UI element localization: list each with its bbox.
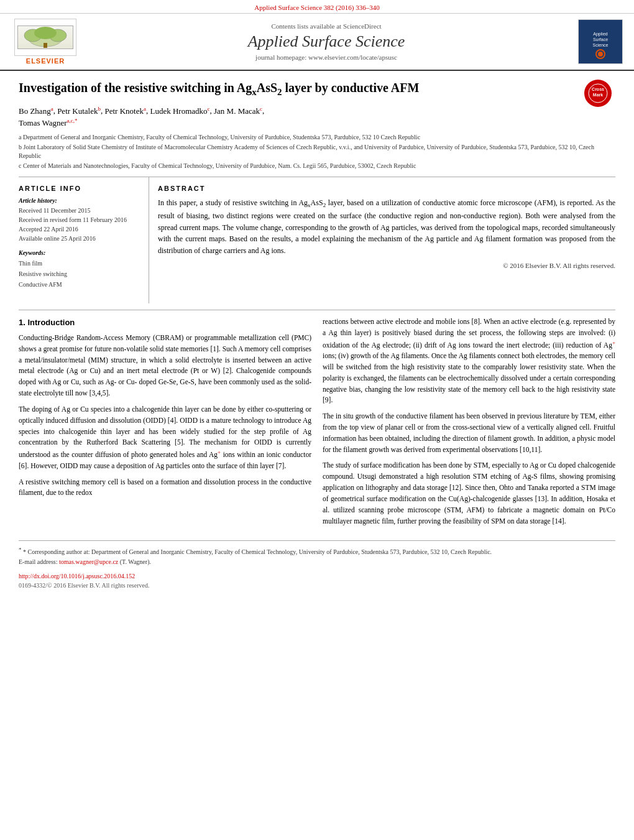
info-abstract-columns: ARTICLE INFO Article history: Received 1… <box>19 177 615 303</box>
article-history-section: Article history: Received 11 December 20… <box>19 197 140 243</box>
svg-point-10 <box>598 52 603 57</box>
keyword-2: Resistive switching <box>19 269 140 279</box>
body-columns: 1. Introduction Conducting-Bridge Random… <box>19 316 615 532</box>
author-petr-knotek: Petr Knoteka <box>104 106 145 116</box>
svg-text:Surface: Surface <box>593 37 608 42</box>
doi-line: http://dx.doi.org/10.1016/j.apsusc.2016.… <box>19 571 615 581</box>
authors-line: Bo Zhanga, Petr Kutalekb, Petr Knoteka, … <box>19 104 615 129</box>
keywords-label: Keywords: <box>19 249 140 256</box>
elsevier-text-label: ELSEVIER <box>26 57 65 65</box>
header-center: Contents lists available at ScienceDirec… <box>80 22 573 61</box>
article-title-text: Investigation of the resistive switching… <box>19 81 419 95</box>
author-ludek-hromadko: Ludek Hromadkoc <box>150 106 209 116</box>
copyright-text: © 2016 Elsevier B.V. All rights reserved… <box>158 262 615 269</box>
journal-title: Applied Surface Science <box>86 32 567 51</box>
corresponding-text: * Corresponding author at: Department of… <box>23 549 492 556</box>
svg-rect-1 <box>44 43 47 48</box>
logo-image <box>14 19 76 56</box>
article-info-heading: ARTICLE INFO <box>19 185 140 192</box>
received-revised-date: Received in revised form 11 February 201… <box>19 215 140 224</box>
tree-icon <box>21 27 70 48</box>
affiliation-c: c Center of Materials and Nanotechnologi… <box>19 162 615 170</box>
keyword-3: Conductive AFM <box>19 279 140 290</box>
journal-volume-info: Applied Surface Science 382 (2016) 336–3… <box>254 4 379 11</box>
email-link[interactable]: tomas.wagner@upce.cz <box>59 558 118 565</box>
section1-number: 1. <box>19 318 25 327</box>
article-content: Investigation of the resistive switching… <box>0 71 634 599</box>
journal-homepage-line: journal homepage: www.elsevier.com/locat… <box>86 53 567 61</box>
affiliation-a: a Department of General and Inorganic Ch… <box>19 133 615 142</box>
applied-surface-science-logo: Applied Surface Science <box>578 19 623 64</box>
issn-line: 0169-4332/© 2016 Elsevier B.V. All right… <box>19 581 615 590</box>
top-bar: Applied Surface Science 382 (2016) 336–3… <box>0 0 634 14</box>
svg-text:Science: Science <box>593 43 609 47</box>
abstract-column: ABSTRACT In this paper, a study of resis… <box>149 177 615 303</box>
footnote-area: * * Corresponding author at: Department … <box>19 540 615 589</box>
abstract-heading: ABSTRACT <box>158 185 615 192</box>
body-left-para1: Conducting-Bridge Random-Access Memory (… <box>19 333 311 399</box>
accepted-date: Accepted 22 April 2016 <box>19 224 140 234</box>
email-label: E-mail address: <box>19 558 57 565</box>
available-online-date: Available online 25 April 2016 <box>19 234 140 243</box>
author-petr-kutalek: Petr Kutalekb <box>57 106 101 116</box>
doi-link[interactable]: http://dx.doi.org/10.1016/j.apsusc.2016.… <box>19 573 135 579</box>
crossmark-badge: Cross Mark <box>584 80 615 111</box>
received-date: Received 11 December 2015 <box>19 206 140 215</box>
sciencedirect-line: Contents lists available at ScienceDirec… <box>86 22 567 30</box>
page-wrapper: Applied Surface Science 382 (2016) 336–3… <box>0 0 634 840</box>
corresponding-author-note: * * Corresponding author at: Department … <box>19 546 615 556</box>
svg-text:Applied: Applied <box>593 32 607 37</box>
journal-logo-right: Applied Surface Science <box>573 19 623 64</box>
body-left-para3: A resistive switching memory cell is bas… <box>19 477 311 499</box>
author-jan-macak: Jan M. Macakc <box>214 106 262 116</box>
email-line: E-mail address: tomas.wagner@upce.cz (T.… <box>19 557 615 566</box>
body-left-para2: The doping of Ag or Cu species into a ch… <box>19 404 311 472</box>
body-right-para3: The study of surface modification has be… <box>323 460 615 527</box>
keywords-list: Thin film Resistive switching Conductive… <box>19 258 140 290</box>
abstract-text: In this paper, a study of resistive swit… <box>158 197 615 257</box>
history-label: Article history: <box>19 197 140 204</box>
article-title-area: Investigation of the resistive switching… <box>19 80 615 98</box>
section1-title: 1. Introduction <box>19 316 311 329</box>
contents-available-text: Contents lists available at ScienceDirec… <box>271 22 381 30</box>
author-tomas-wagner: Tomas Wagnera,c,* <box>19 118 78 127</box>
crossmark-svg: Cross Mark <box>588 83 608 103</box>
body-right-para2: The in situ growth of the conductive fil… <box>323 411 615 455</box>
body-divider <box>19 310 615 310</box>
article-info-column: ARTICLE INFO Article history: Received 1… <box>19 177 149 303</box>
body-right-para1: reactions between active electrode and m… <box>323 316 615 406</box>
affiliations-area: a Department of General and Inorganic Ch… <box>19 133 615 170</box>
body-right-column: reactions between active electrode and m… <box>323 316 615 532</box>
author-bo-zhang: Bo Zhanga <box>19 106 53 116</box>
elsevier-logo: ELSEVIER <box>11 19 80 65</box>
homepage-label: journal homepage: www.elsevier.com/locat… <box>255 53 397 61</box>
journal-header: ELSEVIER Contents lists available at Sci… <box>0 14 634 71</box>
svg-text:Cross: Cross <box>592 87 604 91</box>
svg-point-4 <box>34 27 57 39</box>
logo-top-graphic <box>17 25 73 49</box>
elsevier-logo-area: ELSEVIER <box>11 19 80 65</box>
crossmark-icon: Cross Mark <box>584 80 612 107</box>
email-name: (T. Wagner). <box>120 558 151 565</box>
affiliation-b: b Joint Laboratory of Solid State Chemis… <box>19 143 615 160</box>
body-left-column: 1. Introduction Conducting-Bridge Random… <box>19 316 311 532</box>
keyword-1: Thin film <box>19 258 140 269</box>
journal-logo-svg: Applied Surface Science <box>581 22 620 62</box>
keywords-section: Keywords: Thin film Resistive switching … <box>19 249 140 290</box>
section1-label: Introduction <box>27 318 75 327</box>
svg-text:Mark: Mark <box>593 93 603 97</box>
